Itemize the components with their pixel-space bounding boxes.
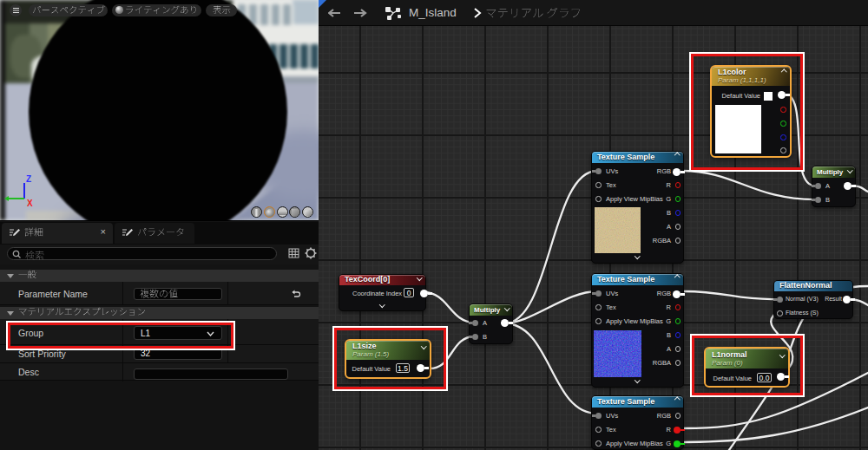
svg-text:X: X	[27, 199, 33, 208]
svg-text:Z: Z	[26, 174, 31, 184]
